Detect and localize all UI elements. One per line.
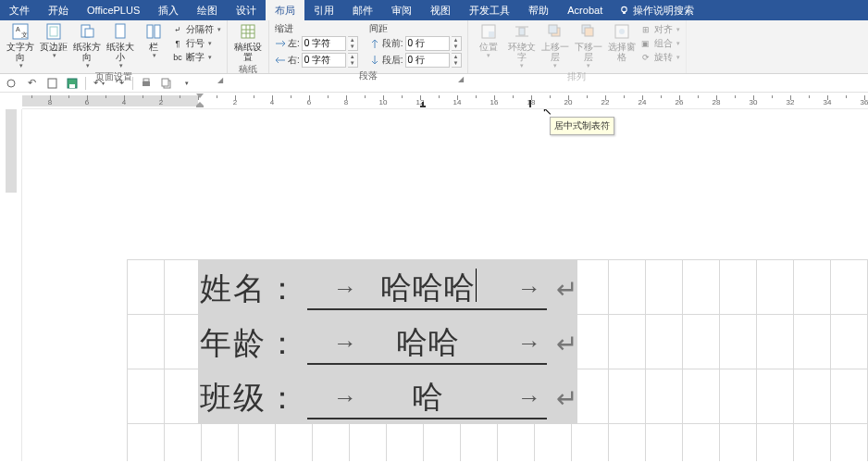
paper-size-icon: [111, 22, 130, 41]
tab-help[interactable]: 帮助: [519, 0, 558, 20]
tell-me-search[interactable]: 操作说明搜索: [619, 4, 694, 18]
tab-view[interactable]: 视图: [421, 0, 460, 20]
svg-rect-17: [482, 25, 495, 38]
tab-arrow-icon: →: [517, 383, 541, 412]
text-direction-icon: A文: [11, 22, 30, 41]
svg-rect-5: [47, 24, 60, 39]
tab-file[interactable]: 文件: [0, 0, 39, 20]
tab-references[interactable]: 引用: [304, 0, 343, 20]
first-line-indent-marker[interactable]: [196, 94, 204, 98]
tab-arrow-icon: →: [333, 383, 357, 412]
tab-home[interactable]: 开始: [39, 0, 78, 20]
svg-rect-1: [623, 11, 626, 13]
spacing-before-field[interactable]: 段前: 0 行 ▲▼: [369, 35, 462, 52]
tab-stop-bar[interactable]: [529, 100, 535, 107]
svg-text:文: 文: [21, 31, 28, 38]
group-icon: ▣: [640, 38, 651, 49]
tab-officeplus[interactable]: OfficePLUS: [78, 0, 149, 20]
selection-pane-icon: [613, 22, 631, 41]
underline-field: → 哈哈哈 →: [307, 268, 547, 310]
document-line-1[interactable]: 姓名： → 哈哈哈 → ↵: [200, 262, 577, 316]
svg-rect-24: [582, 25, 590, 33]
field-label: 班级：: [200, 377, 300, 419]
svg-rect-18: [489, 31, 494, 37]
field-value: 哈哈: [396, 321, 459, 364]
wrap-icon: [513, 22, 531, 41]
indent-heading: 缩进: [275, 22, 358, 35]
indent-right-icon: [275, 55, 286, 66]
tab-devtools[interactable]: 开发工具: [460, 0, 519, 20]
send-backward-button: 下移一层▾: [574, 22, 603, 69]
svg-rect-23: [549, 25, 557, 33]
svg-rect-31: [69, 84, 75, 88]
position-button: 位置▾: [474, 22, 503, 59]
spacing-heading: 间距: [369, 22, 462, 35]
tab-layout[interactable]: 布局: [266, 0, 304, 20]
tab-review[interactable]: 审阅: [382, 0, 421, 20]
svg-rect-8: [85, 29, 93, 37]
underline-field: → 哈 →: [307, 377, 547, 419]
orientation-button[interactable]: 纸张方向▾: [72, 22, 102, 69]
position-icon: [479, 22, 498, 41]
field-value: 哈: [412, 376, 443, 419]
tab-mailings[interactable]: 邮件: [343, 0, 382, 20]
text-direction-button[interactable]: A文 文字方向▾: [6, 22, 35, 69]
vertical-ruler[interactable]: [0, 109, 22, 461]
field-label: 姓名：: [200, 268, 300, 310]
svg-rect-12: [242, 25, 254, 38]
orientation-icon: [78, 22, 96, 41]
svg-rect-19: [519, 28, 525, 35]
group-page-setup: A文 文字方向▾ 页边距▾ 纸张方向▾ 纸张大小▾ 栏▾ ⤶分隔符▾ ¶行号: [0, 20, 228, 73]
page-setup-launcher[interactable]: ◢: [217, 76, 223, 84]
svg-text:A: A: [16, 26, 20, 32]
margins-button[interactable]: 页边距▾: [39, 22, 68, 59]
document-line-3[interactable]: 班级： → 哈 → ↵: [200, 371, 577, 425]
svg-rect-26: [615, 25, 628, 38]
document-area[interactable]: 姓名： → 哈哈哈 → ↵ 年龄： → 哈哈 → ↵ 班级： → 哈 →: [22, 109, 868, 461]
breaks-button[interactable]: ⤶分隔符▾: [172, 22, 221, 36]
tab-draw[interactable]: 绘图: [188, 0, 227, 20]
spacing-before-icon: [369, 38, 380, 49]
backward-icon: [579, 22, 598, 41]
columns-icon: [144, 22, 163, 41]
group-button: ▣组合▾: [640, 36, 680, 50]
line-numbers-button[interactable]: ¶行号▾: [172, 36, 221, 50]
rotate-button: ⟳旋转▾: [640, 50, 680, 64]
svg-rect-25: [585, 28, 593, 36]
tab-design[interactable]: 设计: [227, 0, 266, 20]
paragraph-launcher[interactable]: ◢: [458, 75, 464, 83]
svg-point-0: [622, 6, 627, 12]
tab-arrow-icon: →: [517, 274, 541, 303]
size-button[interactable]: 纸张大小▾: [105, 22, 135, 69]
tab-acrobat[interactable]: Acrobat: [558, 0, 612, 20]
field-label: 年龄：: [200, 322, 300, 365]
group-manuscript: 稿纸设置 稿纸: [228, 20, 269, 73]
group-label-manuscript: 稿纸: [233, 62, 263, 77]
align-button: ⊞对齐▾: [640, 22, 680, 36]
document-line-2[interactable]: 年龄： → 哈哈 → ↵: [200, 317, 577, 370]
group-paragraph: 缩进 左: 0 字符 ▲▼ 右: 0 字符 ▲▼ 间距 段前: [269, 20, 468, 73]
manuscript-settings-button[interactable]: 稿纸设置: [233, 22, 263, 62]
lightbulb-icon: [619, 6, 629, 16]
tab-insert[interactable]: 插入: [149, 0, 188, 20]
indent-right-field[interactable]: 右: 0 字符 ▲▼: [275, 52, 358, 69]
workspace: 姓名： → 哈哈哈 → ↵ 年龄： → 哈哈 → ↵ 班级： → 哈 →: [0, 109, 868, 461]
forward-icon: [546, 22, 564, 41]
tab-stop-center[interactable]: [420, 102, 426, 107]
selection-pane-button: 选择窗格: [607, 22, 637, 62]
hanging-indent-marker[interactable]: [196, 102, 204, 107]
indent-left-field[interactable]: 左: 0 字符 ▲▼: [275, 35, 358, 52]
horizontal-ruler[interactable]: 864224681012141618202224262830323436: [22, 93, 868, 109]
paragraph-mark-icon: ↵: [556, 329, 577, 359]
spacing-after-field[interactable]: 段后: 0 行 ▲▼: [369, 52, 462, 69]
manuscript-icon: [239, 22, 257, 41]
spacing-after-icon: [369, 55, 380, 66]
svg-point-27: [619, 29, 625, 34]
field-value: 哈哈哈: [380, 267, 475, 309]
svg-rect-9: [116, 24, 125, 38]
hyphenation-button[interactable]: bc断字▾: [172, 50, 221, 64]
columns-button[interactable]: 栏▾: [139, 22, 168, 59]
paragraph-mark-icon: ↵: [556, 274, 577, 305]
line-numbers-icon: ¶: [172, 38, 183, 49]
rotate-icon: ⟳: [640, 52, 651, 63]
